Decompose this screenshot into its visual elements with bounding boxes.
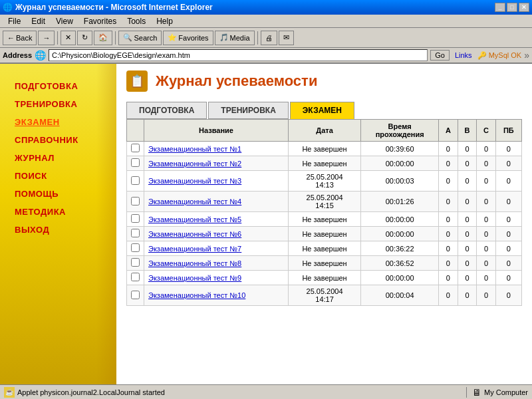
sidebar-item-poisk[interactable]: ПОИСК bbox=[13, 167, 110, 185]
test-link-2[interactable]: Экзаменационный тест №2 bbox=[148, 160, 241, 168]
row-c-10: 0 bbox=[477, 285, 496, 306]
row-c-3: 0 bbox=[477, 171, 496, 192]
row-checkbox-2[interactable] bbox=[131, 158, 140, 167]
row-date-8: Не завершен bbox=[288, 256, 360, 271]
tab-ekzamen[interactable]: ЭКЗАМЕН bbox=[290, 102, 354, 119]
row-b-2: 0 bbox=[458, 156, 477, 171]
toolbar-separator-1 bbox=[57, 31, 58, 45]
expand-button[interactable]: » bbox=[524, 50, 529, 61]
table-row: Экзаменационный тест №1Не завершен00:39:… bbox=[127, 142, 522, 156]
row-pb-8: 0 bbox=[495, 256, 521, 271]
test-link-9[interactable]: Экзаменационный тест №9 bbox=[148, 274, 241, 282]
tab-trenirovka[interactable]: ТРЕНИРОВКА bbox=[208, 102, 288, 119]
row-checkbox-8[interactable] bbox=[131, 258, 140, 267]
row-a-4: 0 bbox=[439, 192, 458, 212]
mysql-label[interactable]: 🔑 MySql OK bbox=[477, 51, 522, 60]
sidebar-item-spravochnik[interactable]: СПРАВОЧНИК bbox=[13, 131, 110, 149]
table-row: Экзаменационный тест №425.05.200414:1500… bbox=[127, 192, 522, 212]
col-checkbox bbox=[127, 120, 144, 142]
row-b-9: 0 bbox=[458, 271, 477, 285]
sidebar-item-podgotovka[interactable]: ПОДГОТОВКА bbox=[13, 77, 110, 95]
menu-bar: File Edit View Favorites Tools Help bbox=[0, 15, 532, 28]
close-button[interactable]: ✕ bbox=[519, 3, 529, 12]
row-b-8: 0 bbox=[458, 256, 477, 271]
sidebar-item-metodika[interactable]: МЕТОДИКА bbox=[13, 203, 110, 221]
menu-view[interactable]: View bbox=[51, 15, 78, 27]
row-time-1: 00:39:60 bbox=[361, 142, 439, 156]
table-row: Экзаменационный тест №7Не завершен00:36:… bbox=[127, 241, 522, 256]
row-checkbox-7[interactable] bbox=[131, 243, 140, 252]
row-checkbox-5[interactable] bbox=[131, 214, 140, 223]
row-date-3: 25.05.200414:13 bbox=[288, 171, 360, 192]
sidebar-item-vyhod[interactable]: ВЫХОД bbox=[13, 221, 110, 239]
print-button[interactable]: 🖨 bbox=[261, 31, 277, 45]
row-b-10: 0 bbox=[458, 285, 477, 306]
row-checkbox-6[interactable] bbox=[131, 229, 140, 237]
test-link-1[interactable]: Экзаменационный тест №1 bbox=[148, 145, 241, 153]
page-title: Журнал успеваемости bbox=[156, 72, 317, 90]
row-pb-6: 0 bbox=[495, 227, 521, 241]
window-icon: 🌐 bbox=[3, 3, 13, 12]
media-button[interactable]: 🎵 Media bbox=[215, 31, 255, 45]
menu-help[interactable]: Help bbox=[151, 15, 178, 27]
mail-button[interactable]: ✉ bbox=[279, 31, 294, 45]
stop-button[interactable]: ✕ bbox=[61, 31, 76, 45]
test-link-5[interactable]: Экзаменационный тест №5 bbox=[148, 215, 241, 223]
row-b-5: 0 bbox=[458, 212, 477, 227]
status-bar: ☕ Applet physicon.journal2.LocalJournal … bbox=[0, 384, 532, 399]
row-checkbox-10[interactable] bbox=[131, 291, 140, 299]
test-link-8[interactable]: Экзаменационный тест №8 bbox=[148, 259, 241, 267]
forward-button[interactable]: → bbox=[38, 31, 55, 45]
menu-edit[interactable]: Edit bbox=[26, 15, 51, 27]
sidebar-item-trenirovka[interactable]: ТРЕНИРОВКА bbox=[13, 95, 110, 113]
back-icon: ← bbox=[7, 34, 15, 42]
sidebar-item-pomosh[interactable]: ПОМОЩЬ bbox=[13, 185, 110, 203]
maximize-button[interactable]: □ bbox=[507, 3, 517, 12]
menu-file[interactable]: File bbox=[3, 15, 26, 27]
search-button[interactable]: 🔍 Search bbox=[118, 31, 162, 45]
test-link-3[interactable]: Экзаменационный тест №3 bbox=[148, 177, 241, 185]
table-row: Экзаменационный тест №8Не завершен00:36:… bbox=[127, 256, 522, 271]
col-pb: ПБ bbox=[495, 120, 521, 142]
page-icon: 🌐 bbox=[35, 50, 46, 61]
row-checkbox-9[interactable] bbox=[131, 273, 140, 281]
back-button[interactable]: ← Back bbox=[3, 31, 37, 45]
row-b-3: 0 bbox=[458, 171, 477, 192]
row-pb-7: 0 bbox=[495, 241, 521, 256]
tab-podgotovka[interactable]: ПОДГОТОВКА bbox=[126, 102, 207, 119]
sidebar-item-ekzamen[interactable]: ЭКЗАМЕН bbox=[13, 113, 110, 131]
row-checkbox-4[interactable] bbox=[131, 197, 140, 205]
row-time-2: 00:00:00 bbox=[361, 156, 439, 171]
refresh-button[interactable]: ↻ bbox=[77, 31, 92, 45]
address-input[interactable] bbox=[49, 49, 428, 61]
menu-favorites[interactable]: Favorites bbox=[78, 15, 122, 27]
test-link-6[interactable]: Экзаменационный тест №6 bbox=[148, 230, 241, 238]
row-date-6: Не завершен bbox=[288, 227, 360, 241]
row-checkbox-3[interactable] bbox=[131, 176, 140, 185]
table-row: Экзаменационный тест №1025.05.200414:170… bbox=[127, 285, 522, 306]
row-a-8: 0 bbox=[439, 256, 458, 271]
row-c-2: 0 bbox=[477, 156, 496, 171]
page-title-container: 📋 Журнал успеваемости bbox=[126, 70, 522, 92]
address-bar: Address 🌐 Go Links 🔑 MySql OK » bbox=[0, 48, 532, 64]
row-date-9: Не завершен bbox=[288, 271, 360, 285]
col-b: В bbox=[458, 120, 477, 142]
row-pb-1: 0 bbox=[495, 142, 521, 156]
go-button[interactable]: Go bbox=[430, 50, 450, 61]
favorites-button[interactable]: ⭐ Favorites bbox=[163, 31, 213, 45]
row-pb-9: 0 bbox=[495, 271, 521, 285]
sidebar-item-zhurnal[interactable]: ЖУРНАЛ bbox=[13, 149, 110, 167]
sidebar-decoration bbox=[96, 64, 116, 384]
row-date-2: Не завершен bbox=[288, 156, 360, 171]
row-time-9: 00:00:00 bbox=[361, 271, 439, 285]
test-link-7[interactable]: Экзаменационный тест №7 bbox=[148, 245, 241, 253]
row-time-8: 00:36:52 bbox=[361, 256, 439, 271]
home-button[interactable]: 🏠 bbox=[94, 31, 112, 45]
test-link-4[interactable]: Экзаменационный тест №4 bbox=[148, 198, 241, 205]
menu-tools[interactable]: Tools bbox=[122, 15, 151, 27]
minimize-button[interactable]: _ bbox=[495, 3, 505, 12]
row-b-7: 0 bbox=[458, 241, 477, 256]
test-link-10[interactable]: Экзаменационный тест №10 bbox=[148, 291, 245, 299]
links-label[interactable]: Links bbox=[455, 51, 472, 59]
row-checkbox-1[interactable] bbox=[131, 144, 140, 152]
